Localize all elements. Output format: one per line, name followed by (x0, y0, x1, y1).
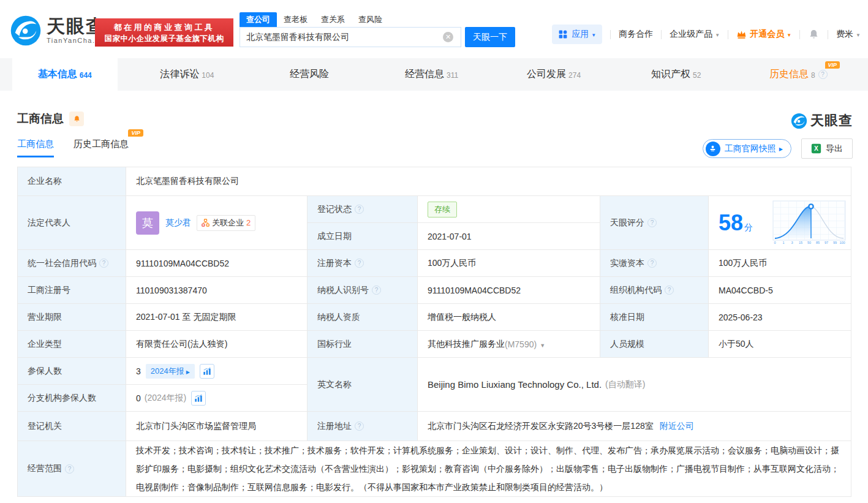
chevron-down-icon[interactable] (537, 339, 545, 349)
tab-legal-proceedings[interactable]: 法律诉讼 104 (135, 58, 240, 91)
subtab-history-business-info[interactable]: 历史工商信息 VIP (74, 138, 129, 157)
address-label: 注册地址 (308, 412, 418, 441)
tab-count: 644 (80, 71, 92, 80)
tab-history-info[interactable]: VIP 历史信息 8 (745, 58, 851, 91)
search-tab-risk[interactable]: 查风险 (352, 12, 389, 27)
tab-count: 104 (202, 71, 214, 80)
help-icon[interactable] (355, 259, 364, 268)
tab-label: 经营信息 (405, 68, 444, 81)
reg-status-label: 登记状态 (308, 196, 418, 223)
business-scope-value: 技术开发；技术咨询；技术转让；技术推广；技术服务；软件开发；计算机系统服务；企业… (126, 441, 851, 497)
official-snapshot-button[interactable]: 工商官网快照 (703, 139, 791, 158)
help-icon[interactable] (355, 205, 364, 214)
annual-report-label: 2024年报 (151, 366, 184, 376)
help-icon[interactable] (818, 70, 828, 79)
crown-icon (736, 30, 747, 39)
nav-user-menu[interactable]: 费米 (836, 29, 861, 40)
search-button[interactable]: 天眼一下 (465, 27, 515, 47)
divider (828, 30, 828, 39)
section-actions: 工商官网快照 X 导出 (703, 138, 853, 159)
enterprise-label: 企业级产品 (670, 29, 712, 40)
apps-menu-button[interactable]: 应用 (552, 25, 602, 44)
search-box: 天眼一下 (240, 27, 515, 47)
notification-bell-icon[interactable] (808, 28, 820, 40)
related-companies-badge[interactable]: 关联企业 2 (197, 215, 255, 231)
nav-vip-membership[interactable]: 开通会员 (736, 29, 791, 40)
divider (661, 30, 662, 39)
english-name-label: 英文名称 (308, 358, 418, 412)
nav-cooperation[interactable]: 商务合作 (619, 29, 653, 40)
approval-date-value: 2025-06-23 (709, 304, 851, 331)
english-name-value: Beijing Bimo Liuxiang Technology Co., Lt… (418, 358, 851, 412)
company-type-label: 企业类型 (18, 331, 126, 358)
promo-banner: 都在用的商业查询工具 国家中小企业发展子基金旗下机构 (95, 18, 233, 47)
tab-company-development[interactable]: 公司发展 274 (501, 58, 606, 91)
help-icon[interactable] (65, 464, 74, 474)
tab-operational-risk[interactable]: 经营风险 (257, 58, 362, 91)
help-icon[interactable] (647, 259, 657, 268)
svg-text:15: 15 (799, 241, 802, 244)
chevron-down-icon (591, 31, 596, 38)
apps-label: 应用 (572, 29, 589, 40)
paid-capital-value: 100万人民币 (709, 250, 851, 277)
monitor-bell-button[interactable] (69, 112, 84, 126)
score-label: 天眼评分 (600, 196, 709, 250)
company-name-value: 北京笔墨留香科技有限公司 (126, 167, 851, 196)
bar-chart-icon (194, 394, 203, 403)
subtab-business-info[interactable]: 工商信息 (17, 138, 54, 157)
company-tabbar: 基本信息 644 法律诉讼 104 经营风险 经营信息 311 公司发展 274… (0, 58, 868, 91)
annual-report-badge[interactable]: 2024年报 (146, 364, 195, 379)
tab-label: 知识产权 (651, 68, 690, 81)
svg-text:X: X (814, 145, 818, 152)
taxpayer-id-value: 91110109MA04CCBD52 (418, 277, 600, 304)
score-distribution-chart[interactable]: 0 1 3 15 50 85 97 99 100 (772, 200, 846, 246)
help-icon[interactable] (647, 218, 657, 227)
approval-date-label: 核准日期 (600, 304, 709, 331)
search-tab-boss[interactable]: 查老板 (277, 12, 314, 27)
company-type-value: 有限责任公司(法人独资) (126, 331, 308, 358)
arrow-right-icon (779, 145, 783, 152)
trend-chart-button[interactable] (191, 391, 206, 406)
search-tab-company[interactable]: 查公司 (240, 12, 277, 27)
tab-count: 274 (568, 71, 581, 80)
trend-chart-button[interactable] (200, 364, 214, 379)
banner-slogan-2: 国家中小企业发展子基金旗下机构 (95, 33, 233, 44)
svg-text:3: 3 (791, 241, 793, 244)
tianyancha-watermark: 天眼查 (791, 112, 853, 130)
tab-basic-info[interactable]: 基本信息 644 (12, 58, 118, 91)
org-chart-icon (202, 219, 209, 227)
help-icon[interactable] (99, 259, 108, 268)
search-tabs: 查公司 查老板 查关系 查风险 (240, 12, 515, 27)
subtabs: 工商信息 历史工商信息 VIP (17, 138, 148, 157)
search-input[interactable] (240, 27, 461, 47)
svg-text:50: 50 (807, 241, 811, 244)
related-companies-count: 2 (246, 218, 251, 227)
tab-intellectual-property[interactable]: 知识产权 52 (624, 58, 729, 91)
tab-business-info[interactable]: 经营信息 311 (379, 58, 485, 91)
help-icon[interactable] (372, 286, 381, 295)
help-icon[interactable] (665, 286, 674, 295)
chevron-down-icon (856, 31, 861, 38)
vip-label: 开通会员 (750, 29, 784, 40)
auto-translate-note: (自动翻译) (605, 379, 645, 390)
clear-search-icon[interactable] (443, 32, 453, 42)
svg-text:85: 85 (816, 241, 820, 244)
nearby-companies-link[interactable]: 附近公司 (660, 421, 694, 432)
nav-enterprise-products[interactable]: 企业级产品 (670, 29, 720, 40)
tianyancha-company-page: 天眼查 TianYanCha.com 都在用的商业查询工具 国家中小企业发展子基… (0, 0, 868, 503)
establish-date-label: 成立日期 (308, 223, 418, 250)
search-tab-relation[interactable]: 查关系 (314, 12, 352, 27)
insured-count-value: 3 2024年报 (126, 358, 308, 385)
export-label: 导出 (826, 143, 843, 154)
legal-rep-avatar[interactable]: 莫 (136, 211, 159, 235)
related-companies-label: 关联企业 (212, 217, 244, 229)
business-term-value: 2021-07-01 至 无固定期限 (126, 304, 308, 331)
export-button[interactable]: X 导出 (801, 138, 853, 159)
staff-size-value: 小于50人 (709, 331, 851, 358)
help-icon[interactable] (355, 422, 364, 431)
industry-value: 其他科技推广服务业(M7590) (418, 331, 600, 358)
divider (799, 30, 800, 39)
score-value-cell: 58分 (709, 196, 851, 250)
legal-rep-name-link[interactable]: 莫少君 (165, 217, 191, 229)
svg-text:0: 0 (774, 241, 776, 244)
